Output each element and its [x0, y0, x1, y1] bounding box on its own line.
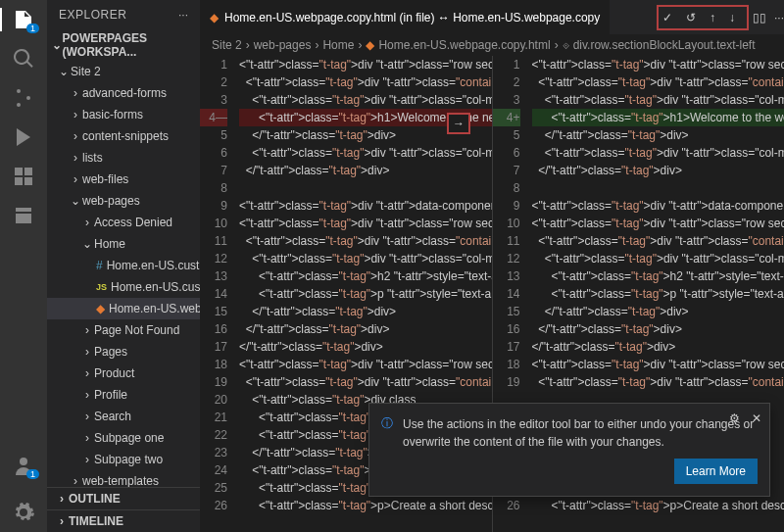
- file-tree: ⌄Site 2 ›advanced-forms ›basic-forms ›co…: [47, 61, 200, 487]
- editor-area: ◆Home.en-US.webpage.copy.html (in file) …: [200, 0, 784, 532]
- diff-toolbar: ✓ ↺ ↑ ↓: [657, 5, 749, 30]
- tree-folder[interactable]: ›web-files: [47, 169, 200, 190]
- sidebar: EXPLORER··· ⌄POWERPAGES (WORKSPA... ⌄Sit…: [47, 0, 200, 532]
- html-file-icon: ◆: [210, 11, 219, 24]
- run-activity[interactable]: [0, 125, 47, 149]
- tree-folder[interactable]: ›basic-forms: [47, 104, 200, 125]
- explorer-activity[interactable]: 1: [0, 8, 47, 31]
- tree-folder[interactable]: ›Pages: [47, 341, 200, 363]
- info-icon: ⓘ: [381, 415, 393, 484]
- extensions-activity[interactable]: [0, 165, 47, 188]
- tree-folder[interactable]: ›advanced-forms: [47, 82, 200, 104]
- explorer-more-icon[interactable]: ···: [178, 8, 188, 22]
- outline-section[interactable]: ›OUTLINE: [47, 487, 200, 509]
- tree-folder[interactable]: ›Product: [47, 363, 200, 384]
- toast-settings-icon[interactable]: ⚙: [729, 411, 740, 425]
- timeline-section[interactable]: ›TIMELINE: [47, 509, 200, 532]
- tree-folder[interactable]: ›web-templates: [47, 470, 200, 487]
- revert-icon[interactable]: ↺: [682, 7, 700, 28]
- tree-folder[interactable]: ›Page Not Found: [47, 319, 200, 341]
- activity-bar: 1 1: [0, 0, 47, 532]
- editor-tab[interactable]: ◆Home.en-US.webpage.copy.html (in file) …: [200, 0, 610, 34]
- search-activity[interactable]: [0, 47, 47, 71]
- notification-toast: ⓘ Use the actions in the editor tool bar…: [368, 403, 770, 497]
- tree-folder-site[interactable]: ⌄Site 2: [47, 61, 200, 82]
- prev-change-icon[interactable]: ↑: [706, 7, 719, 28]
- workspace-header[interactable]: ⌄POWERPAGES (WORKSPA...: [47, 29, 200, 61]
- split-layout-icon[interactable]: ▯▯: [753, 11, 766, 24]
- accept-icon[interactable]: ✓: [659, 7, 676, 28]
- account-activity[interactable]: 1: [0, 454, 47, 477]
- settings-activity[interactable]: [0, 501, 47, 524]
- breadcrumb[interactable]: Site 2›web-pages›Home›◆Home.en-US.webpag…: [200, 34, 784, 56]
- tree-folder[interactable]: ›content-snippets: [47, 125, 200, 147]
- toast-message: Use the actions in the editor tool bar t…: [403, 417, 754, 449]
- tree-file[interactable]: JSHome.en-US.cust...: [47, 276, 200, 298]
- tree-file-selected[interactable]: ◆Home.en-US.web...: [47, 298, 200, 319]
- tab-more-icon[interactable]: ···: [774, 11, 784, 24]
- explorer-title: EXPLORER: [59, 8, 178, 22]
- tree-folder-home[interactable]: ⌄Home: [47, 233, 200, 255]
- tree-folder[interactable]: ›Subpage one: [47, 427, 200, 449]
- tree-file[interactable]: #Home.en-US.cust...: [47, 255, 200, 276]
- svg-point-0: [20, 458, 27, 465]
- tree-folder-webpages[interactable]: ⌄web-pages: [47, 190, 200, 212]
- diff-transfer-icon[interactable]: →: [447, 113, 470, 134]
- tree-folder[interactable]: ›Search: [47, 406, 200, 427]
- tree-folder[interactable]: ›Subpage two: [47, 449, 200, 470]
- learn-more-button[interactable]: Learn More: [674, 459, 758, 484]
- tree-folder[interactable]: ›Access Denied: [47, 212, 200, 233]
- next-change-icon[interactable]: ↓: [725, 7, 739, 28]
- powerpages-activity[interactable]: [0, 204, 47, 227]
- tab-bar: ◆Home.en-US.webpage.copy.html (in file) …: [200, 0, 784, 34]
- toast-close-icon[interactable]: ✕: [752, 411, 761, 425]
- tree-folder[interactable]: ›Profile: [47, 384, 200, 406]
- tree-folder[interactable]: ›lists: [47, 147, 200, 169]
- scm-activity[interactable]: [0, 86, 47, 110]
